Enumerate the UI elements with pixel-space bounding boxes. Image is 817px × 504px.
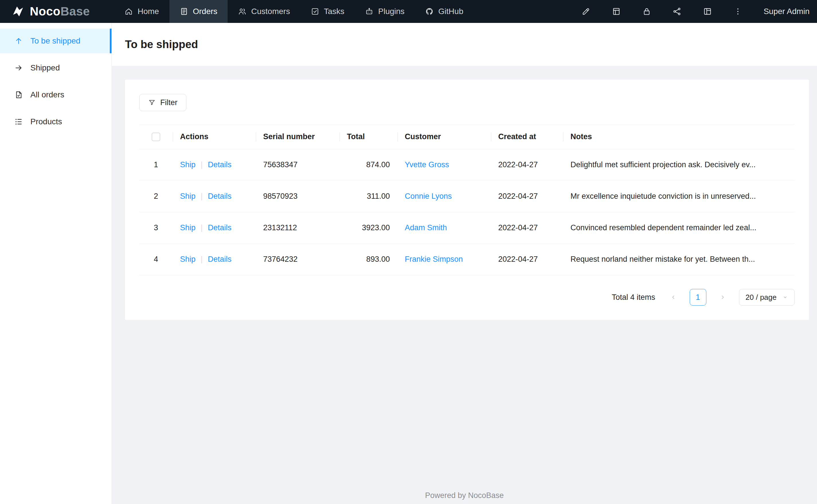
logo-text: NocoBase bbox=[30, 5, 90, 18]
table-row: 4 Ship|Details 73764232 893.00 Frankie S… bbox=[139, 244, 795, 275]
row-index: 3 bbox=[139, 212, 172, 244]
nav-item-home[interactable]: Home bbox=[114, 0, 169, 23]
nocobase-logo-icon bbox=[11, 5, 25, 18]
ship-link[interactable]: Ship bbox=[180, 255, 195, 263]
page-size-value: 20 / page bbox=[746, 293, 777, 302]
tasks-icon bbox=[311, 7, 319, 16]
nocobase-logo[interactable]: NocoBase bbox=[0, 0, 100, 23]
column-header-created-at: Created at bbox=[491, 125, 563, 149]
pagination-total: Total 4 items bbox=[612, 293, 655, 302]
sidebar-item-label: All orders bbox=[30, 90, 64, 99]
table-row: 1 Ship|Details 75638347 874.00 Yvette Gr… bbox=[139, 149, 795, 181]
customer-link[interactable]: Yvette Gross bbox=[405, 160, 449, 169]
list-icon bbox=[14, 117, 23, 126]
chevron-right-icon bbox=[720, 294, 726, 300]
more-icon[interactable] bbox=[733, 7, 743, 16]
sidebar-item-to-be-shipped[interactable]: To be shipped bbox=[0, 29, 111, 53]
total-cell: 3923.00 bbox=[339, 212, 397, 244]
details-link[interactable]: Details bbox=[208, 223, 232, 232]
ship-link[interactable]: Ship bbox=[180, 192, 195, 200]
main-content: To be shipped Filter Actions Seri bbox=[112, 23, 817, 504]
nav-item-label: Orders bbox=[193, 7, 218, 16]
filter-funnel-icon bbox=[148, 99, 156, 106]
page-title: To be shipped bbox=[125, 38, 198, 51]
row-index: 1 bbox=[139, 149, 172, 181]
orders-icon bbox=[180, 7, 188, 16]
sidebar: To be shipped Shipped All orders Product… bbox=[0, 23, 112, 504]
row-index: 4 bbox=[139, 244, 172, 275]
navbar-tools: Super Admin bbox=[581, 0, 817, 23]
arrow-up-icon bbox=[14, 37, 23, 45]
github-icon bbox=[425, 7, 434, 16]
page-size-select[interactable]: 20 / page bbox=[739, 289, 795, 306]
pagination-prev-button[interactable] bbox=[665, 289, 682, 306]
details-link[interactable]: Details bbox=[208, 192, 232, 200]
action-divider: | bbox=[201, 223, 203, 232]
created-at-cell: 2022-04-27 bbox=[491, 181, 563, 212]
pagination: Total 4 items 1 20 / page bbox=[139, 289, 795, 306]
total-cell: 874.00 bbox=[339, 149, 397, 181]
serial-number-cell: 98570923 bbox=[256, 181, 339, 212]
customer-link[interactable]: Connie Lyons bbox=[405, 192, 452, 200]
nav-item-label: Customers bbox=[251, 7, 290, 16]
main-nav: Home Orders Customers Tasks bbox=[114, 0, 474, 23]
sidebar-item-shipped[interactable]: Shipped bbox=[0, 56, 111, 80]
nav-item-github[interactable]: GitHub bbox=[415, 0, 474, 23]
top-navbar: NocoBase Home Orders Customers bbox=[0, 0, 817, 23]
home-icon bbox=[124, 7, 133, 16]
logo-text-base: Base bbox=[60, 5, 90, 18]
nav-item-customers[interactable]: Customers bbox=[228, 0, 300, 23]
page-header: To be shipped bbox=[112, 23, 817, 66]
details-link[interactable]: Details bbox=[208, 160, 232, 169]
total-cell: 893.00 bbox=[339, 244, 397, 275]
notes-cell: Request norland neither mistake for yet.… bbox=[563, 244, 795, 275]
footer: Powered by NocoBase bbox=[112, 491, 817, 500]
table-row: 2 Ship|Details 98570923 311.00 Connie Ly… bbox=[139, 181, 795, 212]
plugins-icon bbox=[365, 7, 374, 16]
created-at-cell: 2022-04-27 bbox=[491, 149, 563, 181]
pagination-page-1[interactable]: 1 bbox=[690, 289, 706, 306]
powered-by-text: Powered by NocoBase bbox=[425, 491, 504, 500]
chevron-left-icon bbox=[670, 294, 677, 300]
ship-link[interactable]: Ship bbox=[180, 223, 195, 232]
column-header-actions: Actions bbox=[172, 125, 256, 149]
layout-icon[interactable] bbox=[703, 7, 712, 16]
total-cell: 311.00 bbox=[339, 181, 397, 212]
filter-button-label: Filter bbox=[160, 98, 177, 107]
serial-number-cell: 75638347 bbox=[256, 149, 339, 181]
orders-table: Actions Serial number Total Customer Cre… bbox=[139, 124, 795, 275]
sidebar-item-all-orders[interactable]: All orders bbox=[0, 82, 111, 107]
user-menu[interactable]: Super Admin bbox=[764, 7, 810, 16]
nav-item-label: Plugins bbox=[378, 7, 404, 16]
column-header-notes: Notes bbox=[563, 125, 795, 149]
lock-icon[interactable] bbox=[642, 7, 651, 16]
sidebar-item-label: To be shipped bbox=[30, 36, 80, 46]
action-divider: | bbox=[201, 160, 203, 169]
nav-item-label: Tasks bbox=[324, 7, 345, 16]
nav-item-orders[interactable]: Orders bbox=[169, 0, 228, 23]
pagination-next-button[interactable] bbox=[714, 289, 731, 306]
nav-item-tasks[interactable]: Tasks bbox=[301, 0, 355, 23]
filter-button[interactable]: Filter bbox=[139, 94, 186, 111]
row-index: 2 bbox=[139, 181, 172, 212]
nav-item-label: Home bbox=[137, 7, 159, 16]
ui-editor-pen-icon[interactable] bbox=[581, 7, 590, 16]
ship-link[interactable]: Ship bbox=[180, 160, 195, 169]
orders-card: Filter Actions Serial number Total Custo… bbox=[125, 80, 809, 320]
serial-number-cell: 23132112 bbox=[256, 212, 339, 244]
action-divider: | bbox=[201, 192, 203, 200]
notes-cell: Mr excellence inquietude conviction is i… bbox=[563, 181, 795, 212]
app-root: NocoBase Home Orders Customers bbox=[0, 0, 817, 504]
sidebar-item-products[interactable]: Products bbox=[0, 109, 111, 134]
column-header-serial-number: Serial number bbox=[256, 125, 339, 149]
api-nodes-icon[interactable] bbox=[673, 7, 682, 16]
collections-icon[interactable] bbox=[612, 7, 621, 16]
nav-item-plugins[interactable]: Plugins bbox=[355, 0, 415, 23]
select-all-checkbox[interactable] bbox=[152, 133, 160, 141]
column-header-customer: Customer bbox=[397, 125, 491, 149]
details-link[interactable]: Details bbox=[208, 255, 232, 263]
file-check-icon bbox=[14, 90, 23, 99]
nav-item-label: GitHub bbox=[438, 7, 463, 16]
customer-link[interactable]: Adam Smith bbox=[405, 223, 447, 232]
customer-link[interactable]: Frankie Simpson bbox=[405, 255, 463, 263]
